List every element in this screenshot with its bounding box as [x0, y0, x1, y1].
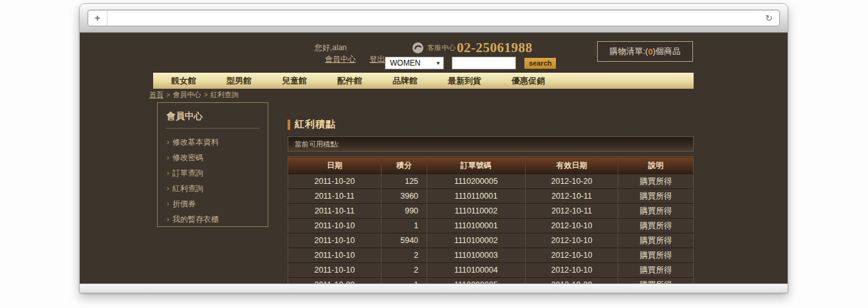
table-cell: 2012-10-10	[525, 233, 618, 248]
table-column-header: 訂單號碼	[427, 157, 525, 174]
chevron-right-icon: ›	[167, 168, 169, 177]
table-cell: 2	[381, 263, 427, 278]
nav-item[interactable]: 配件館	[337, 75, 362, 87]
table-cell: 2012-10-11	[525, 204, 618, 219]
cart-label-prefix: 購物清單:(	[609, 46, 648, 57]
table-cell: 購買所得	[618, 248, 694, 263]
chevron-right-icon: ›	[167, 215, 169, 224]
breadcrumb-item: 紅利查詢	[210, 91, 239, 98]
table-cell: 2012-10-10	[525, 263, 618, 278]
new-tab-icon[interactable]: +	[88, 10, 107, 26]
table-row: 2011-10-11396011101100012012-10-11購買所得	[288, 189, 694, 204]
sidebar-item[interactable]: ›訂單查詢	[165, 165, 260, 181]
table-cell: 2011-10-10	[288, 263, 382, 278]
table-cell: 1110110001	[427, 189, 525, 204]
search-input[interactable]	[452, 57, 516, 69]
table-cell: 購買所得	[618, 278, 694, 284]
heading-accent-bar	[288, 120, 290, 130]
table-cell: 1110100001	[427, 219, 525, 233]
available-points-bar: 當前可用積點:	[288, 136, 694, 152]
table-cell: 2011-10-11	[288, 204, 382, 219]
nav-item[interactable]: 最新到貨	[448, 75, 481, 87]
table-cell: 3960	[381, 189, 427, 204]
table-cell: 2011-10-20	[288, 174, 382, 189]
chevron-right-icon: ›	[167, 199, 169, 208]
cart-summary[interactable]: 購物清單:(0)個商品	[597, 41, 693, 62]
breadcrumb-item[interactable]: 首頁	[149, 91, 163, 98]
table-cell: 2012-10-09	[525, 278, 618, 284]
chevron-right-icon: ›	[167, 184, 169, 193]
sidebar-item[interactable]: ›修改基本資料	[165, 134, 260, 150]
table-cell: 2011-10-11	[288, 189, 382, 204]
reload-icon[interactable]: ↻	[759, 13, 779, 23]
sidebar-list: ›修改基本資料›修改密碼›訂單查詢›紅利查詢›折價券›我的暫存衣櫃	[165, 134, 260, 227]
sidebar-item-label: 紅利查詢	[172, 184, 203, 193]
table-header-row: 日期積分訂單號碼有效日期說明	[288, 157, 694, 174]
table-cell: 2011-10-09	[288, 278, 382, 284]
cart-label-suffix: )個商品	[652, 46, 680, 57]
phone-icon	[412, 42, 424, 54]
table-cell: 2012-10-20	[525, 174, 618, 189]
page: + ↻ 您好,alan 會員中心 登出	[0, 0, 868, 308]
address-bar[interactable]: + ↻	[88, 10, 780, 26]
table-row: 2011-10-09111100900052012-10-09購買所得	[288, 278, 694, 284]
browser-window: + ↻ 您好,alan 會員中心 登出	[79, 3, 788, 293]
table-cell: 購買所得	[618, 189, 694, 204]
site-viewport: 您好,alan 會員中心 登出 客服中心 02-25061988	[80, 33, 788, 284]
sidebar-item-label: 修改基本資料	[172, 138, 219, 147]
sidebar-title: 會員中心	[165, 109, 260, 129]
table-column-header: 日期	[288, 157, 382, 174]
cart-count: 0	[648, 47, 652, 57]
member-center-link[interactable]: 會員中心	[325, 55, 356, 64]
sidebar-item[interactable]: ›紅利查詢	[165, 181, 260, 196]
table-cell: 1	[381, 219, 427, 233]
table-row: 2011-10-10211101000032012-10-10購買所得	[288, 248, 694, 263]
sidebar-item[interactable]: ›折價券	[165, 196, 260, 212]
table-column-header: 積分	[381, 157, 427, 174]
category-select[interactable]: WOMEN ▼	[385, 57, 444, 69]
nav-item[interactable]: 靚女館	[171, 75, 196, 87]
page-title: 紅利積點	[295, 118, 336, 131]
breadcrumb-item[interactable]: 會員中心	[172, 91, 201, 98]
table-row: 2011-10-10594011101000022012-10-10購買所得	[288, 233, 694, 248]
table-cell: 購買所得	[618, 174, 694, 189]
main-nav: 靚女館型男館兒童館配件館品牌館最新到貨優惠促銷	[153, 72, 694, 89]
url-input[interactable]	[107, 11, 759, 25]
table-cell: 990	[381, 204, 427, 219]
table-cell: 1110200005	[427, 174, 525, 189]
sidebar-item[interactable]: ›修改密碼	[165, 150, 260, 165]
table-column-header: 說明	[618, 157, 694, 174]
service-label: 客服中心	[427, 43, 456, 53]
table-cell: 1110110002	[427, 204, 525, 219]
nav-item[interactable]: 優惠促銷	[512, 75, 545, 87]
table-cell: 1110090005	[427, 278, 525, 284]
table-row: 2011-10-10211101000042012-10-10購買所得	[288, 263, 694, 278]
nav-item[interactable]: 品牌館	[392, 75, 418, 87]
table-column-header: 有效日期	[525, 157, 618, 174]
table-cell: 購買所得	[618, 204, 694, 219]
browser-chrome: + ↻	[80, 4, 788, 33]
main-content: 紅利積點 當前可用積點: 日期積分訂單號碼有效日期說明 2011-10-2012…	[288, 118, 694, 284]
window-footer	[80, 284, 788, 293]
breadcrumb: 首頁>會員中心>紅利查詢	[149, 90, 239, 100]
search-area: WOMEN ▼ search	[385, 57, 556, 69]
table-cell: 2011-10-10	[288, 233, 382, 248]
table-cell: 1	[381, 278, 427, 284]
breadcrumb-separator: >	[203, 91, 207, 98]
table-cell: 2011-10-10	[288, 248, 382, 263]
greeting-text: 您好,alan	[315, 42, 385, 53]
logout-link[interactable]: 登出	[369, 55, 385, 64]
nav-item[interactable]: 兒童館	[282, 75, 307, 87]
table-cell: 1110100002	[427, 233, 525, 248]
table-cell: 購買所得	[618, 233, 694, 248]
table-cell: 2012-10-11	[525, 189, 618, 204]
table-row: 2011-10-1199011101100022012-10-11購買所得	[288, 204, 694, 219]
sidebar-item-label: 修改密碼	[172, 153, 203, 162]
search-button[interactable]: search	[524, 58, 556, 69]
sidebar-item[interactable]: ›我的暫存衣櫃	[165, 212, 260, 227]
nav-item[interactable]: 型男館	[226, 75, 252, 87]
table-cell: 5940	[381, 233, 427, 248]
table-cell: 1110100004	[427, 263, 525, 278]
points-table: 日期積分訂單號碼有效日期說明 2011-10-20125111020000520…	[288, 156, 694, 284]
sidebar-item-label: 折價券	[172, 199, 196, 208]
